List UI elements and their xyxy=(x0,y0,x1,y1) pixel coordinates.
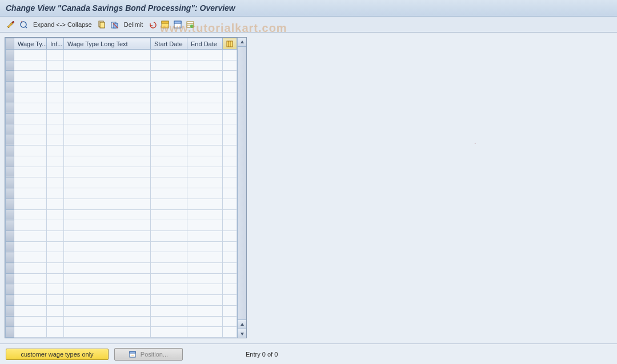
grid-cell[interactable] xyxy=(64,60,151,71)
row-selector[interactable] xyxy=(6,220,14,231)
grid-cell[interactable] xyxy=(47,199,64,209)
grid-cell[interactable] xyxy=(64,103,151,114)
row-selector[interactable] xyxy=(6,327,14,338)
row-selector[interactable] xyxy=(6,71,14,82)
grid-cell[interactable] xyxy=(47,124,64,135)
row-selector[interactable] xyxy=(6,124,14,135)
scroll-down-prev-icon[interactable] xyxy=(238,319,246,329)
table-row[interactable] xyxy=(6,135,237,145)
table-row[interactable] xyxy=(6,188,237,199)
table-row[interactable] xyxy=(6,241,237,252)
delete-icon[interactable] xyxy=(109,19,119,30)
grid-cell[interactable] xyxy=(64,284,151,295)
table-row[interactable] xyxy=(6,92,237,103)
customer-wage-types-button[interactable]: customer wage types only xyxy=(6,349,109,360)
table-row[interactable] xyxy=(6,230,237,241)
grid-cell[interactable] xyxy=(47,71,64,82)
grid-cell[interactable] xyxy=(47,188,64,199)
table-row[interactable] xyxy=(6,327,237,338)
table-row[interactable] xyxy=(6,103,237,114)
grid-cell[interactable] xyxy=(47,114,64,124)
grid-cell[interactable] xyxy=(14,92,47,103)
grid-cell[interactable] xyxy=(151,167,187,177)
grid-cell[interactable] xyxy=(151,135,187,145)
grid-cell[interactable] xyxy=(187,305,223,316)
grid-cell[interactable] xyxy=(187,230,223,241)
grid-cell[interactable] xyxy=(47,316,64,327)
grid-cell[interactable] xyxy=(187,92,223,103)
grid-cell[interactable] xyxy=(64,145,151,156)
select-all-icon[interactable] xyxy=(160,19,170,30)
grid-cell[interactable] xyxy=(14,71,47,82)
grid-cell[interactable] xyxy=(151,114,187,124)
grid-cell[interactable] xyxy=(64,263,151,274)
grid-cell[interactable] xyxy=(151,295,187,306)
delimit-button[interactable]: Delimit xyxy=(122,20,146,29)
grid-cell[interactable] xyxy=(14,230,47,241)
table-row[interactable] xyxy=(6,167,237,177)
grid-cell[interactable] xyxy=(187,156,223,167)
grid-cell[interactable] xyxy=(187,50,223,60)
row-selector[interactable] xyxy=(6,209,14,220)
grid-cell[interactable] xyxy=(14,209,47,220)
grid-cell[interactable] xyxy=(151,156,187,167)
grid-cell[interactable] xyxy=(14,252,47,263)
row-selector[interactable] xyxy=(6,284,14,295)
grid-cell[interactable] xyxy=(64,156,151,167)
grid-cell[interactable] xyxy=(64,273,151,284)
table-row[interactable] xyxy=(6,50,237,60)
position-button[interactable]: Position... xyxy=(114,348,183,361)
grid-cell[interactable] xyxy=(64,167,151,177)
row-selector[interactable] xyxy=(6,82,14,92)
grid-cell[interactable] xyxy=(47,60,64,71)
grid-cell[interactable] xyxy=(64,252,151,263)
column-header[interactable]: Wage Ty... xyxy=(14,38,47,50)
row-selector-header[interactable] xyxy=(6,38,14,50)
grid-cell[interactable] xyxy=(47,177,64,188)
grid-cell[interactable] xyxy=(151,124,187,135)
grid-cell[interactable] xyxy=(187,295,223,306)
row-selector[interactable] xyxy=(6,295,14,306)
grid-cell[interactable] xyxy=(14,220,47,231)
grid-cell[interactable] xyxy=(187,241,223,252)
grid-cell[interactable] xyxy=(151,273,187,284)
table-row[interactable] xyxy=(6,252,237,263)
grid-cell[interactable] xyxy=(64,71,151,82)
column-header[interactable]: Inf... xyxy=(47,38,64,50)
grid-cell[interactable] xyxy=(47,263,64,274)
table-row[interactable] xyxy=(6,284,237,295)
grid-cell[interactable] xyxy=(14,167,47,177)
scroll-up-icon[interactable] xyxy=(238,38,246,47)
row-selector[interactable] xyxy=(6,177,14,188)
grid-cell[interactable] xyxy=(64,230,151,241)
table-row[interactable] xyxy=(6,114,237,124)
scroll-track[interactable] xyxy=(238,47,246,319)
grid-cell[interactable] xyxy=(14,177,47,188)
grid-cell[interactable] xyxy=(151,145,187,156)
grid-cell[interactable] xyxy=(47,284,64,295)
row-selector[interactable] xyxy=(6,230,14,241)
grid-cell[interactable] xyxy=(151,316,187,327)
grid-cell[interactable] xyxy=(64,124,151,135)
grid-cell[interactable] xyxy=(47,305,64,316)
grid-cell[interactable] xyxy=(14,305,47,316)
grid-cell[interactable] xyxy=(151,199,187,209)
grid-cell[interactable] xyxy=(14,316,47,327)
copy-icon[interactable] xyxy=(97,19,107,30)
table-row[interactable] xyxy=(6,71,237,82)
grid-cell[interactable] xyxy=(151,209,187,220)
grid-cell[interactable] xyxy=(187,263,223,274)
row-selector[interactable] xyxy=(6,252,14,263)
grid-cell[interactable] xyxy=(151,230,187,241)
grid-cell[interactable] xyxy=(187,135,223,145)
grid-cell[interactable] xyxy=(47,295,64,306)
toggle-change-icon[interactable] xyxy=(6,19,16,30)
grid-cell[interactable] xyxy=(14,295,47,306)
grid-cell[interactable] xyxy=(64,114,151,124)
table-row[interactable] xyxy=(6,295,237,306)
grid-cell[interactable] xyxy=(187,145,223,156)
grid-cell[interactable] xyxy=(151,50,187,60)
column-header[interactable]: Start Date xyxy=(151,38,187,50)
scroll-down-icon[interactable] xyxy=(238,329,246,338)
vertical-scrollbar[interactable] xyxy=(237,38,246,338)
